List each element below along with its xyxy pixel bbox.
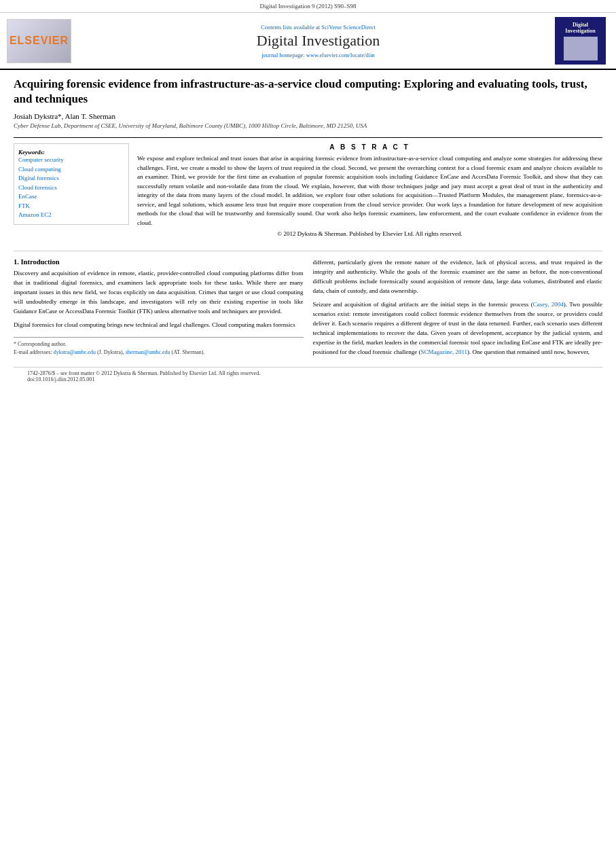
article-title: Acquiring forensic evidence from infrast… xyxy=(14,77,602,107)
di-logo: DigitalInvestigation xyxy=(555,17,606,65)
keyword-5: EnCase xyxy=(18,192,124,202)
main-content: Acquiring forensic evidence from infrast… xyxy=(0,70,616,392)
keyword-6: FTK xyxy=(18,202,124,211)
homepage-text: journal homepage: www.elsevier.com/locat… xyxy=(88,52,548,58)
abstract-section: Keywords: Computer security Cloud comput… xyxy=(14,137,602,244)
keyword-3: Digital forensics xyxy=(18,174,124,183)
body-col-right: different, particularly given the remote… xyxy=(313,258,603,361)
body-col1-text: Discovery and acquisition of evidence in… xyxy=(14,269,304,317)
di-logo-image xyxy=(564,37,598,60)
copyright: © 2012 Dykstra & Sherman. Published by E… xyxy=(137,230,602,237)
cite-casey: Casey, 2004 xyxy=(533,301,564,308)
available-text: Contents lists available at SciVerse Sci… xyxy=(88,24,548,31)
email-link-1[interactable]: dykstra@umbc.edu xyxy=(54,349,96,355)
elsevier-logo: ELSEVIER xyxy=(10,35,69,47)
keywords-label: Keywords: xyxy=(18,149,45,156)
abstract-section-inner: A B S T R A C T We expose and explore te… xyxy=(137,143,602,237)
footnote-star: * Corresponding author. xyxy=(14,340,304,348)
bottom-issn: 1742-2876/$ – see front matter © 2012 Dy… xyxy=(27,370,589,376)
footnote-area: * Corresponding author. E-mail addresses… xyxy=(14,337,304,357)
top-bar-text: Digital Investigation 9 (2012) S90–S98 xyxy=(260,3,357,10)
affiliation: Cyber Defense Lab, Department of CSEE, U… xyxy=(14,122,602,129)
keyword-4: Cloud forensics xyxy=(18,183,124,193)
body-col-left: 1. Introduction Discovery and acquisitio… xyxy=(14,258,304,361)
keyword-2: Cloud computing xyxy=(18,165,124,175)
keyword-7: Amazon EC2 xyxy=(18,211,124,220)
keywords-sidebar: Keywords: Computer security Cloud comput… xyxy=(14,143,129,244)
elsevier-image: ELSEVIER xyxy=(7,19,71,63)
email-link-2[interactable]: sherman@umbc.edu xyxy=(126,349,170,355)
section-divider xyxy=(14,251,602,251)
body-col2-text1: different, particularly given the remote… xyxy=(313,258,603,296)
journal-logo-right: DigitalInvestigation xyxy=(555,17,609,65)
abstract-content: A B S T R A C T We expose and explore te… xyxy=(137,143,602,244)
journal-header: ELSEVIER Contents lists available at Sci… xyxy=(0,13,616,70)
footnote-email: E-mail addresses: dykstra@umbc.edu (J. D… xyxy=(14,348,304,357)
bottom-bar: 1742-2876/$ – see front matter © 2012 Dy… xyxy=(14,367,602,385)
sciverse-link[interactable]: SciVerse ScienceDirect xyxy=(321,24,376,31)
journal-center: Contents lists available at SciVerse Sci… xyxy=(88,24,548,58)
body-col2-text2: Seizure and acquisition of digital artif… xyxy=(313,300,603,357)
authors: Josiah Dykstra*, Alan T. Sherman xyxy=(14,112,602,120)
keywords-box: Keywords: Computer security Cloud comput… xyxy=(14,143,129,225)
top-bar: Digital Investigation 9 (2012) S90–S98 xyxy=(0,0,616,13)
abstract-title: A B S T R A C T xyxy=(137,143,602,151)
cite-scmagazine: SCMagazine, 2011 xyxy=(420,348,467,355)
di-logo-title: DigitalInvestigation xyxy=(565,22,595,34)
bottom-doi: doi:10.1016/j.diin.2012.05.001 xyxy=(27,376,589,382)
body-content: 1. Introduction Discovery and acquisitio… xyxy=(14,258,602,361)
keyword-1: Computer security xyxy=(18,156,124,165)
journal-logo-left: ELSEVIER xyxy=(7,19,81,63)
section1-title: 1. Introduction xyxy=(14,258,304,266)
body-col1-text2: Digital forensics for cloud computing br… xyxy=(14,321,304,330)
journal-title: Digital Investigation xyxy=(88,32,548,50)
abstract-text: We expose and explore technical and trus… xyxy=(137,154,602,228)
